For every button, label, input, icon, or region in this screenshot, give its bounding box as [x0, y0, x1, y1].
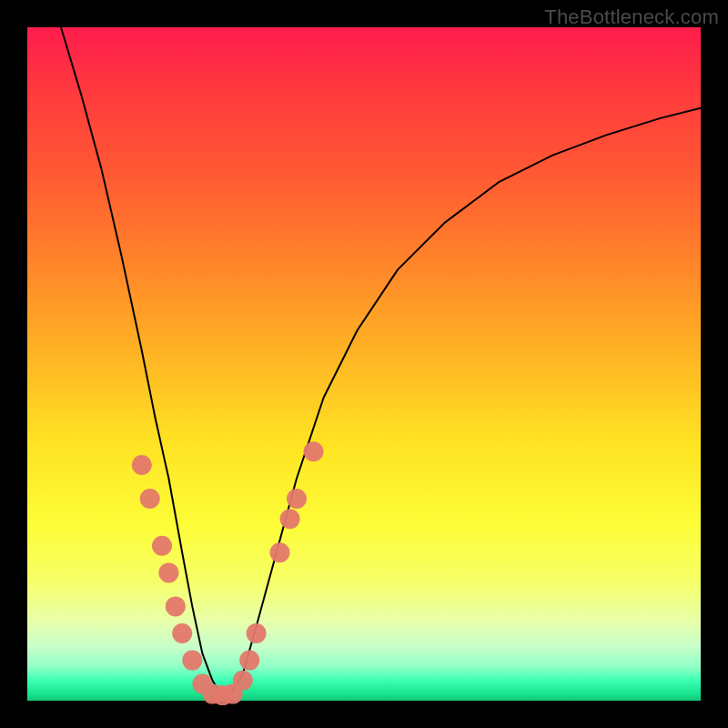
- highlight-point: [270, 542, 290, 562]
- highlight-point: [158, 562, 178, 582]
- highlight-point: [233, 671, 253, 691]
- highlight-point: [172, 623, 192, 643]
- highlight-point: [247, 623, 267, 643]
- chart-svg: [27, 27, 701, 701]
- bottleneck-curve-path: [61, 27, 701, 697]
- highlight-point: [132, 455, 152, 475]
- highlight-point: [182, 651, 202, 671]
- watermark-text: TheBottleneck.com: [544, 5, 719, 29]
- highlight-point: [140, 489, 160, 509]
- chart-frame: TheBottleneck.com: [0, 0, 728, 728]
- highlight-point: [239, 651, 259, 671]
- highlight-point: [152, 536, 172, 556]
- bottleneck-curve: [61, 27, 701, 697]
- highlight-point: [166, 596, 186, 616]
- highlight-point: [287, 489, 307, 509]
- highlighted-points: [132, 441, 324, 705]
- highlight-point: [280, 509, 300, 529]
- highlight-point: [304, 441, 324, 461]
